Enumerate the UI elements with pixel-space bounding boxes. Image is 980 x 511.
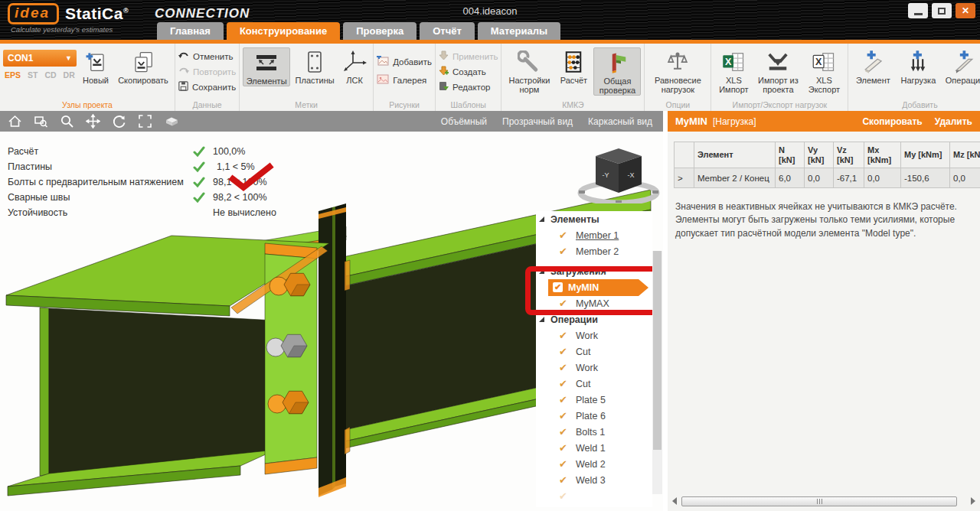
ribbon: CON1▼ EPS ST CD DR Новый Скопир: [0, 44, 980, 111]
document-title: 004.ideacon: [0, 5, 980, 17]
cell-n[interactable]: 6,0: [776, 168, 805, 188]
xls-icon: X: [722, 49, 745, 75]
tab-check[interactable]: Проверка: [343, 22, 416, 40]
project-import-button[interactable]: Импорт из проекта: [754, 47, 802, 94]
tab-materials[interactable]: Материалы: [478, 22, 560, 40]
maximize-icon[interactable]: [932, 3, 952, 18]
scroll-left-icon[interactable]: [672, 497, 677, 505]
cell-element[interactable]: Member 2 / Конец: [694, 168, 776, 188]
tree-item-operation[interactable]: ✔Weld 2: [536, 456, 652, 472]
home-view-icon[interactable]: [8, 114, 22, 129]
template-create-button[interactable]: Создать: [439, 65, 498, 78]
tab-report[interactable]: Отчёт: [420, 22, 475, 40]
ribbon-tabs: Главная Конструирование Проверка Отчёт М…: [157, 22, 560, 40]
table-row[interactable]: > Member 2 / Конец 6,0 0,0 -67,1 0,0 -15…: [675, 168, 980, 188]
tree-item-member1[interactable]: ✔Member 1: [536, 227, 652, 243]
new-button[interactable]: Новый: [78, 47, 113, 85]
add-load-button[interactable]: Нагрузка: [896, 47, 940, 85]
pan-icon[interactable]: [86, 114, 100, 129]
viewport-3d[interactable]: Расчёт 100,0% Пластины 1,1 < 5% Болты с …: [0, 132, 663, 511]
check-icon: ✔: [559, 246, 576, 257]
tree-group-members[interactable]: Элементы: [536, 211, 652, 227]
copy-node-button[interactable]: Скопировать: [115, 47, 172, 85]
cell-mz[interactable]: 0,0: [950, 168, 980, 188]
tab-home[interactable]: Главная: [157, 22, 224, 40]
xls-import-button[interactable]: X XLS Импорт: [714, 47, 753, 94]
code-eps[interactable]: EPS: [5, 70, 21, 80]
zoom-window-icon[interactable]: [34, 114, 48, 129]
rotate-icon[interactable]: [112, 114, 126, 129]
zoom-icon[interactable]: [60, 114, 74, 129]
delete-load-button[interactable]: Удалить: [935, 116, 972, 127]
tree-item-operation[interactable]: ✔Plate 5: [536, 392, 652, 408]
tree-item-operation[interactable]: ✔Plate 6: [536, 408, 652, 424]
tree-item-operation[interactable]: ✔Cut: [536, 343, 652, 360]
add-operation-button[interactable]: Операция: [942, 47, 980, 85]
ribbon-group-cbfem: Настройки норм Расчёт Общая проверка КМК…: [501, 44, 645, 111]
code-st[interactable]: ST: [28, 70, 38, 80]
col-n: N [kN]: [776, 142, 805, 168]
node-selector[interactable]: CON1▼: [3, 50, 77, 67]
tree-item-operation[interactable]: ✔Work: [536, 360, 652, 376]
detail-header: MyMIN [Нагрузка] Скопировать Удалить: [668, 111, 980, 132]
tab-design[interactable]: Конструирование: [227, 22, 340, 40]
copy-load-button[interactable]: Скопировать: [862, 116, 922, 127]
overall-check-button[interactable]: Общая проверка: [593, 47, 641, 96]
code-setup-button[interactable]: Настройки норм: [505, 47, 554, 94]
scroll-right-icon[interactable]: [971, 497, 975, 505]
tree-item-partial[interactable]: ✔: [536, 488, 652, 504]
view-solid[interactable]: Объёмный: [441, 116, 487, 127]
tree-item-operation[interactable]: ✔Weld 1: [536, 440, 652, 456]
window-controls: ✕: [908, 3, 975, 18]
solid-view-icon[interactable]: [164, 114, 180, 129]
ribbon-group-add: Элемент Нагрузка Операция Добавить: [848, 44, 980, 111]
cell-vz[interactable]: -67,1: [834, 168, 864, 188]
check-icon: ✔: [559, 378, 576, 389]
ribbon-group-pictures: Добавить Галерея Рисунки: [374, 44, 436, 111]
code-dr[interactable]: DR: [64, 70, 75, 80]
calculate-button[interactable]: Расчёт: [555, 47, 592, 85]
labels-lcs-button[interactable]: ЛСК: [339, 47, 370, 85]
template-apply-button[interactable]: Применить: [439, 50, 498, 63]
save-button[interactable]: Сохранить: [178, 80, 236, 93]
view-transparent[interactable]: Прозрачный вид: [502, 116, 573, 127]
navigation-cube[interactable]: -Y -X: [573, 142, 663, 203]
code-cd[interactable]: CD: [44, 70, 56, 80]
picture-add-button[interactable]: Добавить: [377, 55, 432, 68]
cell-mx[interactable]: 0,0: [864, 168, 901, 188]
tree-item-operation[interactable]: ✔Bolts 1: [536, 424, 652, 440]
add-member-button[interactable]: Элемент: [851, 47, 894, 85]
expander-icon[interactable]: [539, 317, 544, 322]
expander-icon[interactable]: [539, 216, 544, 222]
add-load-icon: [906, 49, 930, 75]
row-marker[interactable]: >: [675, 168, 694, 188]
labels-plates-button[interactable]: Пластины: [292, 47, 338, 85]
tree-item-operation[interactable]: ✔Work: [536, 327, 652, 343]
check-pass-icon: [193, 161, 213, 173]
tree-item-operation[interactable]: ✔Weld 3: [536, 472, 652, 488]
redo-button[interactable]: Повторить: [178, 65, 236, 78]
load-equilibrium-button[interactable]: Равновесие нагрузок: [648, 47, 707, 94]
check-icon: ✔: [559, 458, 576, 470]
tree-item-operation[interactable]: ✔Cut: [536, 376, 652, 392]
minimize-icon[interactable]: [908, 3, 928, 18]
scrollbar-thumb[interactable]: [653, 251, 662, 450]
picture-gallery-button[interactable]: Галерея: [377, 73, 432, 86]
fit-view-icon[interactable]: [138, 114, 152, 129]
labels-elements-button[interactable]: Элементы: [243, 47, 290, 86]
col-my: My [kNm]: [901, 142, 950, 168]
template-editor-button[interactable]: Редактор: [439, 80, 498, 93]
col-element: Элемент: [694, 142, 776, 168]
close-icon[interactable]: ✕: [956, 3, 975, 18]
xls-export-button[interactable]: X XLS Экспорт: [803, 47, 844, 94]
view-wireframe[interactable]: Каркасный вид: [588, 116, 652, 127]
tree-item-member2[interactable]: ✔Member 2: [536, 243, 652, 259]
tree-scrollbar[interactable]: [652, 251, 662, 494]
cell-vy[interactable]: 0,0: [805, 168, 834, 188]
scrollbar-thumb[interactable]: [681, 496, 957, 506]
horizontal-scrollbar[interactable]: [672, 495, 975, 507]
redo-icon: [178, 67, 189, 77]
cell-my[interactable]: -150,6: [901, 168, 950, 188]
forces-table[interactable]: Элемент N [kN] Vy [kN] Vz [kN] Mx [kNm] …: [674, 142, 980, 188]
undo-button[interactable]: Отменить: [178, 50, 236, 63]
